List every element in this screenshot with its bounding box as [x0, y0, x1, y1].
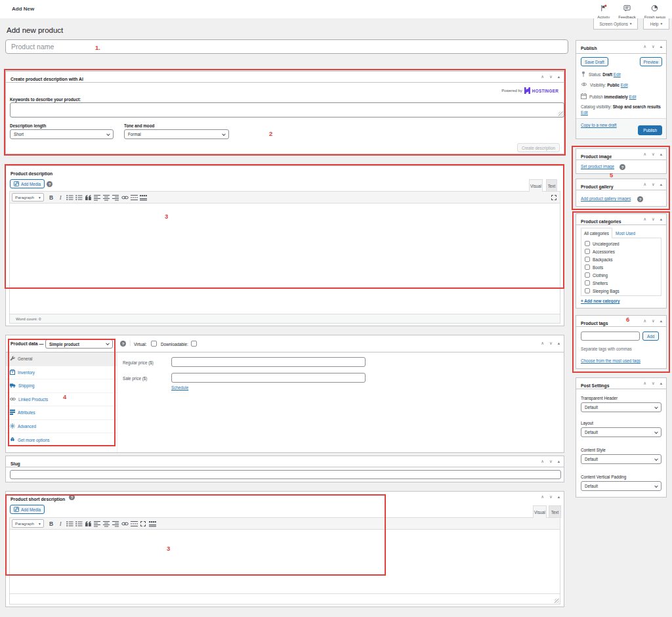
paragraph-select[interactable]: Paragraph▾ [12, 519, 44, 528]
category-checkbox[interactable] [585, 257, 590, 262]
regular-price-input[interactable] [171, 357, 366, 367]
edit-publish-time-link[interactable]: Edit [629, 95, 637, 99]
virtual-checkbox[interactable] [151, 341, 157, 347]
help-tab[interactable]: Help▾ [643, 18, 669, 30]
toggle-panel-icon[interactable]: ▴ [558, 495, 560, 500]
resize-grip-icon[interactable] [558, 112, 563, 116]
move-down-icon[interactable]: ∨ [549, 459, 553, 464]
short-description-content[interactable] [10, 530, 560, 593]
slug-input[interactable] [10, 470, 561, 479]
tab-linked-products[interactable]: Linked Products [6, 393, 117, 407]
fullscreen-icon[interactable] [549, 193, 558, 202]
align-left-icon[interactable] [93, 193, 102, 202]
copy-draft-link[interactable]: Copy to a new draft [581, 123, 617, 127]
help-icon[interactable]: ? [620, 164, 625, 170]
tags-input[interactable] [581, 331, 640, 341]
align-center-icon[interactable] [102, 193, 111, 202]
save-draft-button[interactable]: Save Draft [581, 57, 608, 66]
transparent-header-select[interactable]: Default [581, 402, 662, 412]
product-name-input[interactable] [5, 39, 568, 54]
toolbar-toggle-icon[interactable] [139, 193, 148, 202]
resize-grip-icon[interactable] [555, 599, 559, 603]
text-tab[interactable]: Text [546, 179, 557, 192]
bold-icon[interactable]: B [47, 193, 56, 202]
publish-button[interactable]: Publish [638, 125, 662, 135]
move-down-icon[interactable]: ∨ [549, 75, 553, 79]
blockquote-icon[interactable] [84, 519, 93, 528]
keywords-textarea[interactable] [10, 102, 564, 117]
toggle-panel-icon[interactable]: ▴ [558, 341, 560, 346]
toggle-panel-icon[interactable]: ▴ [660, 182, 662, 187]
toggle-panel-icon[interactable]: ▴ [660, 217, 662, 222]
italic-icon[interactable]: I [56, 519, 65, 528]
product-type-select[interactable]: Simple product [45, 339, 113, 349]
edit-visibility-link[interactable]: Edit [621, 83, 628, 87]
tab-get-more-options[interactable]: Get more options [6, 433, 117, 447]
paragraph-select[interactable]: Paragraph▾ [12, 193, 44, 202]
add-new-category-link[interactable]: + Add new category [581, 299, 620, 303]
category-checkbox[interactable] [585, 265, 590, 270]
tab-inventory[interactable]: Inventory [6, 366, 117, 380]
schedule-link[interactable]: Schedule [171, 385, 188, 390]
add-media-button[interactable]: Add Media [10, 505, 45, 514]
visual-tab[interactable]: Visual [529, 179, 543, 192]
blockquote-icon[interactable] [84, 193, 93, 202]
bullet-list-icon[interactable] [66, 519, 74, 528]
all-categories-tab[interactable]: All categories [581, 228, 612, 238]
help-icon[interactable]: ? [120, 341, 126, 347]
content-vertical-padding-select[interactable]: Default [581, 481, 662, 491]
move-up-icon[interactable]: ∧ [541, 341, 544, 346]
category-checkbox[interactable] [585, 241, 590, 246]
move-down-icon[interactable]: ∨ [652, 319, 655, 324]
toolbar-toggle-icon[interactable] [148, 519, 157, 528]
move-down-icon[interactable]: ∨ [549, 341, 553, 346]
tab-general[interactable]: General [6, 352, 117, 366]
toggle-panel-icon[interactable]: ▴ [660, 381, 662, 386]
toggle-panel-icon[interactable]: ▴ [660, 45, 662, 49]
tab-attributes[interactable]: Attributes [6, 406, 117, 420]
add-tag-button[interactable]: Add [642, 331, 659, 341]
tab-shipping[interactable]: Shipping [6, 379, 117, 393]
toggle-panel-icon[interactable]: ▴ [558, 459, 560, 464]
read-more-icon[interactable] [130, 193, 138, 202]
move-up-icon[interactable]: ∧ [541, 459, 544, 464]
fullscreen-icon[interactable] [139, 519, 148, 528]
move-up-icon[interactable]: ∧ [643, 319, 646, 324]
add-media-button[interactable]: Add Media [10, 179, 45, 188]
move-down-icon[interactable]: ∨ [652, 45, 655, 49]
add-gallery-images-link[interactable]: Add product gallery images [581, 196, 631, 201]
category-checkbox[interactable] [585, 272, 590, 278]
content-style-select[interactable]: Default [581, 454, 662, 464]
read-more-icon[interactable] [130, 519, 138, 528]
help-icon[interactable]: ? [637, 196, 643, 202]
move-up-icon[interactable]: ∧ [541, 495, 544, 500]
numbered-list-icon[interactable] [75, 193, 83, 202]
preview-button[interactable]: Preview [640, 57, 662, 66]
activity-button[interactable]: Activity [597, 3, 610, 19]
category-checkbox[interactable] [585, 288, 590, 293]
description-editor-content[interactable] [10, 203, 560, 314]
edit-status-link[interactable]: Edit [614, 72, 621, 77]
set-product-image-link[interactable]: Set product image [581, 164, 614, 169]
feedback-button[interactable]: Feedback [618, 3, 635, 19]
link-icon[interactable] [121, 519, 129, 528]
align-center-icon[interactable] [102, 519, 111, 528]
finish-setup-button[interactable]: Finish setup [644, 3, 665, 19]
bold-icon[interactable]: B [47, 519, 56, 528]
toggle-panel-icon[interactable]: ▴ [660, 319, 662, 324]
move-down-icon[interactable]: ∨ [652, 217, 655, 222]
bullet-list-icon[interactable] [66, 193, 74, 202]
choose-tags-link[interactable]: Choose from the most used tags [581, 358, 640, 363]
move-down-icon[interactable]: ∨ [652, 152, 655, 157]
category-checkbox[interactable] [585, 249, 590, 254]
category-checkbox[interactable] [585, 280, 590, 286]
numbered-list-icon[interactable] [75, 519, 83, 528]
visual-tab[interactable]: Visual [533, 505, 547, 518]
move-up-icon[interactable]: ∧ [643, 381, 646, 386]
toggle-panel-icon[interactable]: ▴ [660, 152, 662, 157]
toggle-panel-icon[interactable]: ▴ [558, 75, 560, 79]
sale-price-input[interactable] [171, 373, 366, 383]
text-tab[interactable]: Text [549, 505, 561, 518]
align-right-icon[interactable] [112, 193, 120, 202]
screen-options-tab[interactable]: Screen Options▾ [593, 18, 638, 30]
